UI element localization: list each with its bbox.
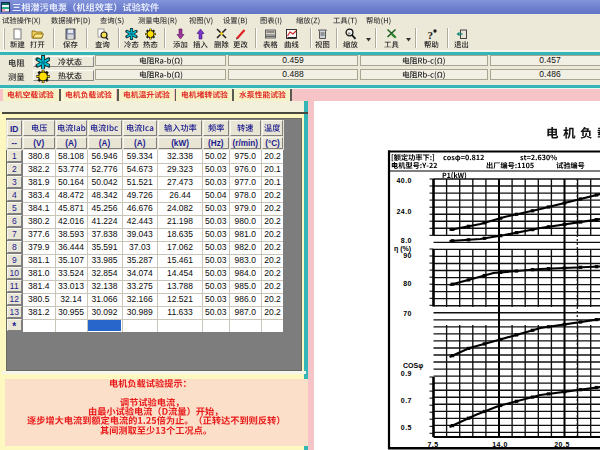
svg-text:?: ? — [427, 29, 433, 41]
svg-text:e: e — [348, 30, 351, 36]
